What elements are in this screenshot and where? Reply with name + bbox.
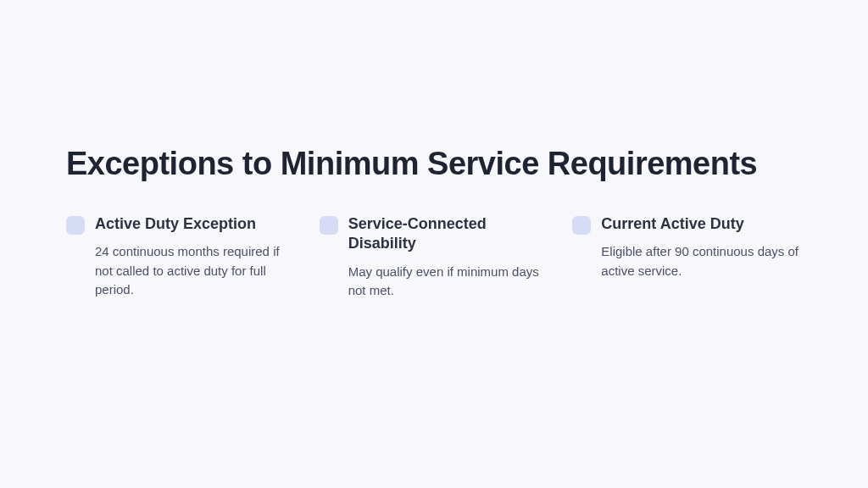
exception-item: Active Duty Exception 24 continuous mont… <box>66 214 296 301</box>
exception-text: Current Active Duty Eligible after 90 co… <box>601 214 802 280</box>
exception-text: Active Duty Exception 24 continuous mont… <box>95 214 296 300</box>
exception-desc: 24 continuous months required if not cal… <box>95 242 296 300</box>
exception-text: Service-Connected Disability May qualify… <box>348 214 549 301</box>
exception-desc: May qualify even if minimum days not met… <box>348 263 549 301</box>
exception-item: Service-Connected Disability May qualify… <box>320 214 549 301</box>
exceptions-columns: Active Duty Exception 24 continuous mont… <box>66 214 802 301</box>
exception-title: Active Duty Exception <box>95 214 296 234</box>
exception-desc: Eligible after 90 continuous days of act… <box>601 242 802 280</box>
exception-item: Current Active Duty Eligible after 90 co… <box>572 214 802 301</box>
exception-title: Service-Connected Disability <box>348 214 549 254</box>
checkbox-icon[interactable] <box>572 216 591 235</box>
exception-title: Current Active Duty <box>601 214 802 234</box>
page-heading: Exceptions to Minimum Service Requiremen… <box>66 146 802 182</box>
checkbox-icon[interactable] <box>320 216 338 235</box>
checkbox-icon[interactable] <box>66 216 85 235</box>
